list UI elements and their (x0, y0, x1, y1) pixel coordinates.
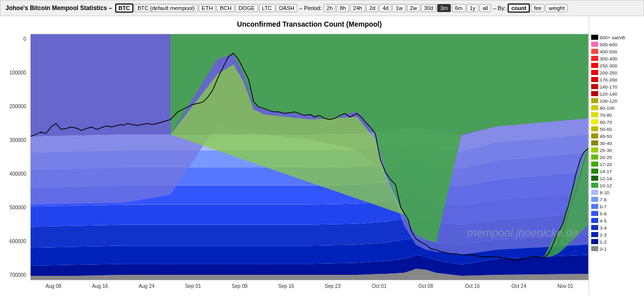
period-all[interactable]: all (479, 4, 491, 12)
legend-item-1-2: 1-2 (591, 238, 644, 245)
legend-label-200-250: 200-250 (600, 70, 617, 76)
coin-btn-doge[interactable]: DOGE (235, 4, 258, 12)
legend-color-40-50 (591, 133, 598, 138)
x-label-9: Oct 16 (449, 283, 496, 289)
legend-label-300-400: 300-400 (600, 56, 617, 61)
y-label-6: 600000 (1, 239, 28, 244)
legend-label-60-70: 60-70 (600, 119, 612, 125)
legend-item-7-8: 7-8 (591, 196, 644, 203)
legend-label-40-50: 40-50 (600, 133, 612, 139)
legend-label-120-140: 120-140 (600, 91, 617, 97)
x-label-3: Sep 01 (170, 283, 217, 289)
y-axis: 700000 600000 500000 400000 300000 20000… (0, 34, 29, 280)
legend-color-170-200 (591, 77, 598, 82)
legend-label-6-7: 6-7 (600, 204, 607, 209)
legend-color-300-400 (591, 56, 598, 61)
chart-svg (31, 34, 588, 280)
legend-color-3-4 (591, 225, 598, 230)
legend-color-120-140 (591, 91, 598, 96)
period-4d[interactable]: 4d (379, 4, 391, 12)
coin-btn-btc[interactable]: BTC (115, 4, 134, 13)
coin-btn-btc-default[interactable]: BTC (default mempool) (134, 4, 198, 12)
legend-label-1-2: 1-2 (600, 239, 607, 245)
coin-btn-dash[interactable]: DASH (276, 4, 298, 12)
watermark: mempool.jhoenicke.de (467, 226, 578, 240)
legend-color-10-12 (591, 183, 598, 188)
legend-color-80-100 (591, 105, 598, 110)
coin-btn-bch[interactable]: BCH (217, 4, 234, 12)
period-3m[interactable]: 3m (437, 4, 451, 12)
x-label-1: Aug 16 (77, 283, 124, 289)
x-label-4: Sep 08 (216, 283, 263, 289)
period-8h[interactable]: 8h (337, 4, 349, 12)
legend: 600+ sat/vB 500-600 400-500 300-400 250-… (589, 16, 644, 295)
legend-label-250-300: 250-300 (600, 63, 617, 68)
legend-color-140-170 (591, 84, 598, 89)
y-label-4: 400000 (1, 171, 28, 177)
x-axis: Aug 08 Aug 16 Aug 24 Sep 01 Sep 08 Sep 1… (30, 281, 589, 295)
by-fee[interactable]: fee (531, 4, 544, 12)
site-title: Johoe's Bitcoin Mempool Statistics – (6, 5, 112, 12)
legend-label-8-10: 8-10 (600, 190, 609, 195)
legend-item-300-400: 300-400 (591, 55, 644, 62)
legend-item-12-14: 12-14 (591, 175, 644, 182)
period-24h[interactable]: 24h (350, 4, 365, 12)
by-weight[interactable]: weight (545, 4, 568, 12)
legend-label-100-120: 100-120 (600, 98, 617, 104)
coin-btn-eth[interactable]: ETH (199, 4, 216, 12)
legend-label-7-8: 7-8 (600, 197, 607, 202)
period-1w[interactable]: 1w (392, 4, 406, 12)
legend-item-500-600: 500-600 (591, 41, 644, 48)
by-count[interactable]: count (508, 4, 530, 13)
period-2h[interactable]: 2h (324, 4, 336, 12)
legend-color-12-14 (591, 176, 598, 181)
y-label-2: 200000 (1, 104, 28, 109)
x-label-5: Sep 16 (263, 283, 310, 289)
y-label-3: 300000 (1, 137, 28, 143)
chart-container: Unconfirmed Transaction Count (Mempool) … (0, 16, 589, 295)
x-label-0: Aug 08 (30, 283, 77, 289)
legend-label-14-17: 14-17 (600, 169, 612, 174)
legend-label-500-600: 500-600 (600, 42, 617, 47)
legend-label-80-100: 80-100 (600, 105, 615, 111)
legend-label-3-4: 3-4 (600, 225, 607, 231)
chart-title: Unconfirmed Transaction Count (Mempool) (30, 16, 589, 30)
legend-item-250-300: 250-300 (591, 62, 644, 69)
period-6m[interactable]: 6m (452, 4, 465, 12)
legend-color-50-60 (591, 126, 598, 131)
legend-item-170-200: 170-200 (591, 76, 644, 83)
legend-item-17-20: 17-20 (591, 161, 644, 168)
legend-label-600plus: 600+ sat/vB (600, 35, 625, 40)
legend-color-0-1 (591, 246, 598, 251)
legend-item-600plus: 600+ sat/vB (591, 34, 644, 41)
period-2d[interactable]: 2d (366, 4, 378, 12)
legend-item-5-6: 5-6 (591, 210, 644, 217)
legend-item-8-10: 8-10 (591, 189, 644, 196)
legend-item-0-1: 0-1 (591, 245, 644, 252)
legend-color-25-30 (591, 147, 598, 153)
header-bar: Johoe's Bitcoin Mempool Statistics – BTC… (0, 0, 644, 16)
x-label-8: Oct 08 (403, 283, 449, 289)
legend-label-10-12: 10-12 (600, 183, 612, 188)
legend-color-100-120 (591, 98, 598, 103)
legend-item-120-140: 120-140 (591, 90, 644, 97)
legend-color-250-300 (591, 63, 598, 68)
legend-color-500-600 (591, 42, 598, 47)
legend-item-3-4: 3-4 (591, 224, 644, 231)
legend-item-6-7: 6-7 (591, 203, 644, 210)
legend-color-8-10 (591, 190, 598, 195)
x-label-10: Oct 24 (496, 283, 542, 289)
legend-item-30-40: 30-40 (591, 139, 644, 146)
x-label-6: Sep 23 (309, 283, 356, 289)
legend-label-20-25: 20-25 (600, 155, 612, 160)
period-2w[interactable]: 2w (407, 4, 420, 12)
legend-item-400-500: 400-500 (591, 48, 644, 55)
legend-color-2-3 (591, 232, 598, 237)
coin-btn-ltc[interactable]: LTC (259, 4, 275, 12)
legend-color-70-80 (591, 112, 598, 117)
x-label-11: Nov 01 (542, 283, 589, 289)
legend-color-14-17 (591, 169, 598, 174)
period-30d[interactable]: 30d (421, 4, 436, 12)
legend-label-5-6: 5-6 (600, 211, 607, 216)
period-1y[interactable]: 1y (467, 4, 479, 12)
